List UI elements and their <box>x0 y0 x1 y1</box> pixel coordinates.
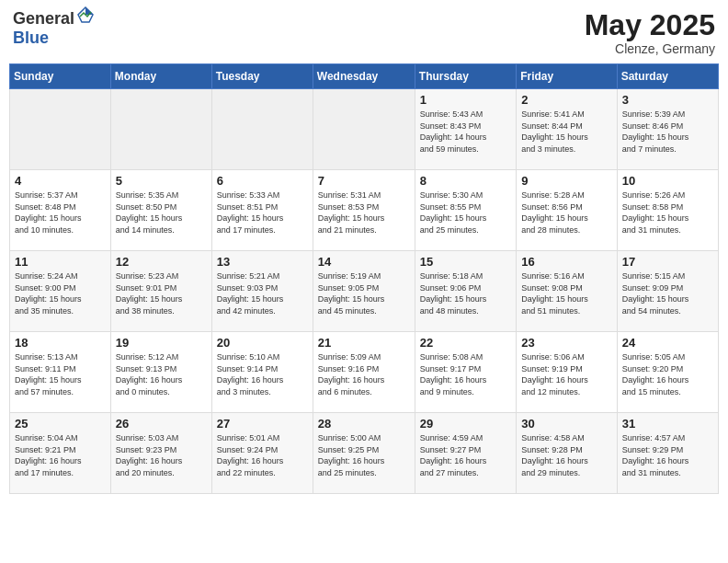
day-number: 30 <box>521 417 611 431</box>
cell-content: Sunrise: 5:15 AMSunset: 9:09 PMDaylight:… <box>622 270 713 316</box>
calendar-cell: 20Sunrise: 5:10 AMSunset: 9:14 PMDayligh… <box>211 332 313 413</box>
cell-line: Daylight: 16 hours <box>116 375 183 385</box>
calendar-week-4: 18Sunrise: 5:13 AMSunset: 9:11 PMDayligh… <box>10 332 719 413</box>
cell-line: Daylight: 16 hours <box>521 375 588 385</box>
cell-content: Sunrise: 5:18 AMSunset: 9:06 PMDaylight:… <box>420 270 511 316</box>
day-number: 9 <box>521 174 611 188</box>
cell-content: Sunrise: 5:10 AMSunset: 9:14 PMDaylight:… <box>217 351 308 397</box>
calendar-cell: 21Sunrise: 5:09 AMSunset: 9:16 PMDayligh… <box>313 332 415 413</box>
calendar-cell: 2Sunrise: 5:41 AMSunset: 8:44 PMDaylight… <box>517 89 617 170</box>
cell-line: and 27 minutes. <box>420 468 479 477</box>
cell-line: Sunset: 9:09 PM <box>622 283 684 293</box>
cell-line: Sunrise: 5:15 AM <box>622 271 686 281</box>
cell-line: Daylight: 15 hours <box>521 294 588 304</box>
cell-line: and 21 minutes. <box>318 225 377 235</box>
cell-line: Sunset: 9:11 PM <box>15 364 76 373</box>
cell-line: Sunset: 8:58 PM <box>622 202 684 212</box>
day-number: 14 <box>318 255 410 269</box>
cell-line: Daylight: 14 hours <box>420 132 487 142</box>
day-number: 6 <box>217 174 308 188</box>
cell-line: and 38 minutes. <box>116 306 175 316</box>
day-number: 13 <box>217 255 308 269</box>
cell-line: Sunrise: 5:30 AM <box>420 190 483 200</box>
cell-line: Sunrise: 5:33 AM <box>217 190 280 200</box>
weekday-header-thursday: Thursday <box>415 64 516 89</box>
weekday-header-wednesday: Wednesday <box>313 64 415 89</box>
cell-line: and 12 minutes. <box>521 387 580 396</box>
cell-line: and 35 minutes. <box>15 306 74 316</box>
cell-line: Sunset: 9:14 PM <box>217 364 279 373</box>
cell-line: Sunset: 8:56 PM <box>521 202 583 212</box>
calendar-cell <box>110 89 211 170</box>
cell-line: Daylight: 15 hours <box>622 132 689 142</box>
day-number: 31 <box>622 417 713 431</box>
day-number: 1 <box>420 93 511 107</box>
logo: General Blue <box>13 9 95 48</box>
calendar-cell: 26Sunrise: 5:03 AMSunset: 9:23 PMDayligh… <box>110 413 211 494</box>
weekday-header-friday: Friday <box>517 64 617 89</box>
calendar-cell: 18Sunrise: 5:13 AMSunset: 9:11 PMDayligh… <box>10 332 111 413</box>
cell-line: and 0 minutes. <box>116 387 170 396</box>
calendar-cell: 8Sunrise: 5:30 AMSunset: 8:55 PMDaylight… <box>415 170 516 251</box>
cell-line: Sunrise: 5:08 AM <box>420 352 483 362</box>
cell-line: Daylight: 16 hours <box>318 456 385 465</box>
calendar-cell: 19Sunrise: 5:12 AMSunset: 9:13 PMDayligh… <box>110 332 211 413</box>
cell-line: Sunrise: 5:13 AM <box>15 352 78 362</box>
cell-line: Daylight: 16 hours <box>217 456 284 465</box>
calendar-cell <box>10 89 111 170</box>
logo-icon <box>76 6 95 24</box>
cell-content: Sunrise: 5:31 AMSunset: 8:53 PMDaylight:… <box>318 190 410 236</box>
day-number: 5 <box>116 174 207 188</box>
month-year: May 2025 <box>585 9 715 41</box>
weekday-header-row: SundayMondayTuesdayWednesdayThursdayFrid… <box>10 64 719 89</box>
cell-line: Sunrise: 4:58 AM <box>521 433 585 442</box>
cell-line: Sunset: 9:06 PM <box>420 283 482 293</box>
calendar-week-3: 11Sunrise: 5:24 AMSunset: 9:00 PMDayligh… <box>10 251 719 332</box>
cell-line: Sunset: 8:48 PM <box>15 202 76 212</box>
cell-line: Sunrise: 5:24 AM <box>15 271 78 281</box>
calendar-table: SundayMondayTuesdayWednesdayThursdayFrid… <box>9 63 719 494</box>
calendar-cell: 13Sunrise: 5:21 AMSunset: 9:03 PMDayligh… <box>211 251 313 332</box>
day-number: 16 <box>521 255 611 269</box>
cell-line: Sunset: 9:00 PM <box>15 283 76 293</box>
cell-line: Sunrise: 5:23 AM <box>116 271 179 281</box>
cell-line: Sunrise: 5:18 AM <box>420 271 483 281</box>
cell-line: and 20 minutes. <box>116 468 175 477</box>
cell-line: and 42 minutes. <box>217 306 276 316</box>
cell-line: Daylight: 16 hours <box>15 456 82 465</box>
cell-line: Daylight: 15 hours <box>15 375 82 385</box>
cell-line: Sunset: 8:46 PM <box>622 121 684 131</box>
cell-line: Sunset: 9:03 PM <box>217 283 279 293</box>
cell-line: Daylight: 16 hours <box>622 456 689 465</box>
cell-line: Daylight: 15 hours <box>116 294 183 304</box>
cell-line: and 3 minutes. <box>521 144 575 154</box>
cell-line: Sunrise: 5:00 AM <box>318 433 381 442</box>
cell-content: Sunrise: 5:00 AMSunset: 9:25 PMDaylight:… <box>318 432 410 478</box>
calendar-cell: 12Sunrise: 5:23 AMSunset: 9:01 PMDayligh… <box>110 251 211 332</box>
day-number: 8 <box>420 174 511 188</box>
day-number: 18 <box>15 336 106 350</box>
cell-line: Sunrise: 5:39 AM <box>622 109 686 119</box>
cell-line: Daylight: 15 hours <box>521 213 588 223</box>
cell-line: and 17 minutes. <box>15 468 74 477</box>
cell-line: and 9 minutes. <box>420 387 474 396</box>
calendar-cell: 28Sunrise: 5:00 AMSunset: 9:25 PMDayligh… <box>313 413 415 494</box>
cell-line: and 6 minutes. <box>318 387 372 396</box>
day-number: 26 <box>116 417 207 431</box>
calendar-cell: 17Sunrise: 5:15 AMSunset: 9:09 PMDayligh… <box>617 251 718 332</box>
cell-line: Daylight: 16 hours <box>318 375 385 385</box>
location: Clenze, Germany <box>585 41 715 56</box>
cell-line: and 15 minutes. <box>622 387 681 396</box>
cell-content: Sunrise: 5:23 AMSunset: 9:01 PMDaylight:… <box>116 270 207 316</box>
cell-line: Sunrise: 5:41 AM <box>521 109 585 119</box>
cell-line: and 28 minutes. <box>521 225 580 235</box>
cell-line: Sunset: 9:17 PM <box>420 364 482 373</box>
cell-line: Daylight: 16 hours <box>521 456 588 465</box>
cell-line: and 3 minutes. <box>217 387 271 396</box>
calendar-cell: 3Sunrise: 5:39 AMSunset: 8:46 PMDaylight… <box>617 89 718 170</box>
calendar-cell: 9Sunrise: 5:28 AMSunset: 8:56 PMDaylight… <box>517 170 617 251</box>
page-header: General Blue May 2025 Clenze, Germany <box>9 9 719 56</box>
calendar-week-5: 25Sunrise: 5:04 AMSunset: 9:21 PMDayligh… <box>10 413 719 494</box>
cell-line: Sunrise: 5:31 AM <box>318 190 381 200</box>
day-number: 25 <box>15 417 106 431</box>
